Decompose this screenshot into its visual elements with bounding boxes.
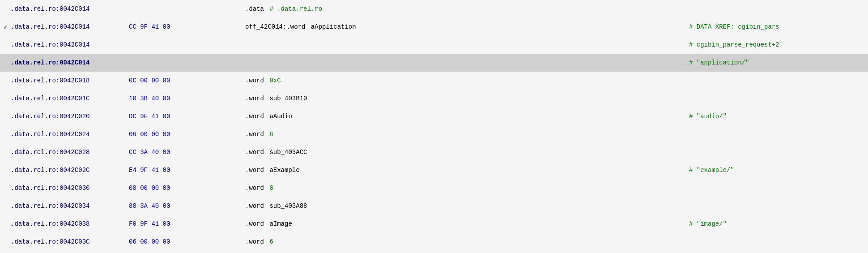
bytes-col: 0C 00 00 00 [129, 77, 245, 84]
instr-keyword: .word [245, 131, 264, 138]
instr-operand: sub_403B10 [266, 95, 307, 102]
address-col: .data.rel.ro:0042C020 [4, 113, 129, 120]
addr-text: .data.rel.ro:0042C014 [11, 5, 89, 13]
addr-text: .data.rel.ro:0042C014 [11, 41, 89, 48]
instr-operand: aExample [266, 167, 300, 174]
bytes-col: 06 00 00 00 [129, 238, 245, 245]
address-col: .data.rel.ro:0042C014 [4, 59, 129, 66]
bytes-col: 88 3A 40 00 [129, 202, 245, 210]
addr-text: .data.rel.ro:0042C03C [11, 238, 89, 245]
comment-text: # "image/" [689, 220, 727, 227]
bytes-col: CC 3A 40 00 [129, 149, 245, 156]
comment-text: # "application/" [689, 59, 749, 66]
disasm-row[interactable]: .data.rel.ro:0042C034 88 3A 40 00 .word … [0, 197, 868, 215]
disasm-row[interactable]: .data.rel.ro:0042C03C 06 00 00 00 .word … [0, 233, 868, 251]
instr-keyword: .word [245, 220, 264, 227]
arrow-marker [4, 149, 9, 156]
disasm-row[interactable]: .data.rel.ro:0042C014 # cgibin_parse_req… [0, 36, 868, 54]
instr-col: .word 8 [245, 184, 685, 192]
instr-col: .word 6 [245, 131, 685, 138]
addr-text: .data.rel.ro:0042C020 [11, 113, 89, 120]
instr-keyword: .word [245, 113, 264, 120]
instr-keyword: .word [245, 238, 264, 245]
arrow-marker [4, 184, 9, 192]
disasm-row[interactable]: .data.rel.ro:0042C024 06 00 00 00 .word … [0, 125, 868, 143]
comment-text: # "audio/" [689, 113, 727, 120]
address-col: .data.rel.ro:0042C034 [4, 202, 129, 210]
disasm-row[interactable]: .data.rel.ro:0042C030 08 00 00 00 .word … [0, 179, 868, 197]
bytes-col: CC 9F 41 00 [129, 23, 245, 30]
comment-text: # cgibin_parse_request+2 [689, 41, 779, 48]
disasm-row[interactable]: .data.rel.ro:0042C038 F0 9F 41 00 .word … [0, 215, 868, 233]
arrow-marker [4, 5, 9, 13]
disasm-row-selected[interactable]: .data.rel.ro:0042C014 # "application/" [0, 54, 868, 72]
bytes-col: 08 00 00 00 [129, 184, 245, 192]
addr-text: .data.rel.ro:0042C028 [11, 149, 89, 156]
arrow-marker [4, 202, 9, 210]
instr-keyword: word [290, 23, 306, 30]
instr-operand-hex: 6 [266, 131, 273, 138]
instr-keyword: .word [245, 95, 264, 102]
address-col: .data.rel.ro:0042C014 [4, 41, 129, 48]
instr-keyword: .word [245, 184, 264, 192]
address-col: .data.rel.ro:0042C02C [4, 167, 129, 174]
disasm-row[interactable]: ✓ .data.rel.ro:0042C014 CC 9F 41 00 off_… [0, 18, 868, 36]
addr-text: .data.rel.ro:0042C01C [11, 95, 89, 102]
instr-operand-hex: 6 [266, 238, 273, 245]
arrow-marker [4, 131, 9, 138]
instr-col: .word aExample [245, 167, 685, 174]
instr-col: .word 6 [245, 238, 685, 245]
address-col: .data.rel.ro:0042C030 [4, 184, 129, 192]
address-col: .data.rel.ro:0042C028 [4, 149, 129, 156]
comment-text: # "example/" [689, 167, 734, 174]
comment-col: # "audio/" [685, 113, 864, 120]
disasm-row[interactable]: .data.rel.ro:0042C028 CC 3A 40 00 .word … [0, 143, 868, 161]
addr-text: .data.rel.ro:0042C014 [11, 59, 89, 66]
disasm-row[interactable]: .data.rel.ro:0042C018 0C 00 00 00 .word … [0, 72, 868, 90]
address-col: .data.rel.ro:0042C038 [4, 220, 129, 227]
instr-operand: sub_403ACC [266, 149, 307, 156]
instr-operand: aImage [266, 220, 292, 227]
instr-operand-hex: 8 [266, 184, 273, 192]
bytes-col: 10 3B 40 00 [129, 95, 245, 102]
comment-col: # "application/" [685, 59, 864, 66]
address-col: .data.rel.ro:0042C03C [4, 238, 129, 245]
disasm-row[interactable]: .data.rel.ro:0042C040 44 3A 40 00 .word … [0, 251, 868, 253]
arrow-marker: ✓ [4, 23, 9, 31]
instr-col: .word aAudio [245, 113, 685, 120]
instr-col: .word sub_403A88 [245, 202, 685, 210]
arrow-marker [4, 41, 9, 48]
instr-col: .word 0xC [245, 77, 685, 84]
instr-operand: aAudio [266, 113, 292, 120]
disasm-row[interactable]: .data.rel.ro:0042C014 .data # .data.rel.… [0, 0, 868, 18]
colon: :. [283, 23, 290, 30]
instr-col: .word sub_403B10 [245, 95, 685, 102]
disasm-row[interactable]: .data.rel.ro:0042C020 DC 9F 41 00 .word … [0, 107, 868, 125]
addr-text: .data.rel.ro:0042C014 [11, 23, 89, 30]
comment-col: # DATA XREF: cgibin_pars [685, 23, 864, 30]
comment-col: # "example/" [685, 167, 864, 174]
off-label: off_42C014 [245, 23, 283, 30]
instr-keyword: .word [245, 167, 264, 174]
address-col: .data.rel.ro:0042C024 [4, 131, 129, 138]
comment-col: # cgibin_parse_request+2 [685, 41, 864, 48]
addr-text: .data.rel.ro:0042C02C [11, 167, 89, 174]
address-col: .data.rel.ro:0042C018 [4, 77, 129, 84]
arrow-marker [4, 77, 9, 84]
bytes-col: E4 9F 41 00 [129, 167, 245, 174]
disasm-row[interactable]: .data.rel.ro:0042C01C 10 3B 40 00 .word … [0, 90, 868, 107]
addr-text: .data.rel.ro:0042C024 [11, 131, 89, 138]
addr-text: .data.rel.ro:0042C038 [11, 220, 89, 227]
instr-keyword: .word [245, 77, 264, 84]
instr-keyword: .word [245, 202, 264, 210]
disasm-row[interactable]: .data.rel.ro:0042C02C E4 9F 41 00 .word … [0, 161, 868, 179]
arrow-marker [4, 95, 9, 102]
addr-text: .data.rel.ro:0042C030 [11, 184, 89, 192]
address-col: ✓ .data.rel.ro:0042C014 [4, 23, 129, 31]
bytes-col: F0 9F 41 00 [129, 220, 245, 227]
arrow-marker [4, 113, 9, 120]
bytes-col: 06 00 00 00 [129, 131, 245, 138]
instr-comment: # .data.rel.ro [266, 5, 322, 13]
comment-col: # "image/" [685, 220, 864, 227]
comment-text: # DATA XREF: cgibin_pars [689, 23, 779, 30]
